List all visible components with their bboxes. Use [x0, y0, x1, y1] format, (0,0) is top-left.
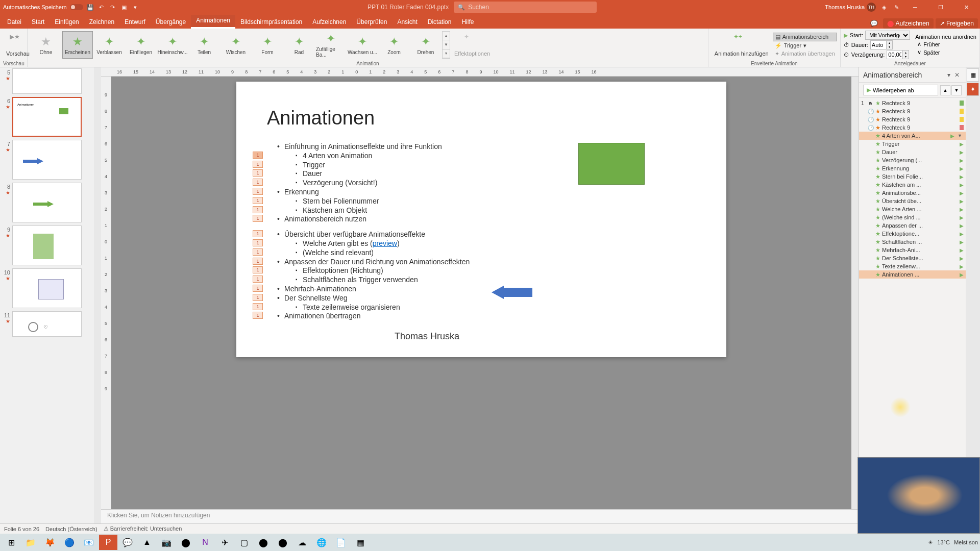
app-icon-6[interactable]: ☁ — [293, 535, 311, 550]
anim-list-item[interactable]: ★Animationen ...▶ — [859, 270, 966, 279]
anim-tag[interactable]: 1 — [253, 197, 263, 204]
anim-tag[interactable]: 1 — [253, 215, 263, 222]
telegram-icon[interactable]: ✈ — [215, 535, 234, 550]
tab-start[interactable]: Start — [27, 16, 50, 29]
notes-area[interactable]: Klicken Sie, um Notizen hinzuzufügen — [101, 509, 859, 523]
undo-icon[interactable]: ↶ — [97, 3, 106, 11]
pane-close[interactable]: ✕ — [952, 71, 962, 79]
more-icon[interactable]: ▾ — [131, 3, 139, 11]
anim-list-item[interactable]: ★Animationsbe...▶ — [859, 189, 966, 197]
app-icon-8[interactable]: ▦ — [351, 535, 370, 550]
side-tab-1[interactable]: ▦ — [967, 68, 979, 82]
anim-random[interactable]: ✦Zufällige Ba... — [315, 31, 346, 59]
anim-none[interactable]: ★Ohne — [31, 31, 61, 59]
slide[interactable]: Animationen Einführung in Animationseffe… — [236, 82, 726, 357]
share-button[interactable]: ↗ Freigeben — [936, 18, 978, 29]
slide-thumb-7[interactable] — [12, 140, 82, 180]
anim-tag[interactable]: 1 — [253, 258, 263, 265]
anim-tag[interactable]: 1 — [253, 188, 263, 195]
tab-view[interactable]: Ansicht — [392, 16, 422, 29]
app-icon-7[interactable]: 📄 — [332, 535, 350, 550]
anim-appear[interactable]: ★Erscheinen — [62, 31, 93, 59]
anim-flyin[interactable]: ✦Einfliegen — [126, 31, 156, 59]
coming-soon-icon[interactable]: ✎ — [892, 3, 900, 11]
anim-list-item[interactable]: ★4 Arten von A...▶▼ — [859, 132, 966, 140]
tab-animations[interactable]: Animationen — [191, 15, 235, 29]
maximize-button[interactable]: ☐ — [930, 0, 951, 14]
anim-grow[interactable]: ✦Wachsen u... — [347, 31, 378, 59]
move-earlier-button[interactable]: ∧Früher — [915, 40, 976, 48]
slide-counter[interactable]: Folie 6 von 26 — [4, 526, 39, 532]
sync-icon[interactable]: ◈ — [880, 3, 888, 11]
thumb-scrollbar[interactable] — [94, 67, 101, 523]
anim-list-item[interactable]: ★Stern bei Folie...▶ — [859, 172, 966, 181]
slide-thumb-6[interactable]: Animationen — [12, 97, 82, 137]
tab-insert[interactable]: Einfügen — [50, 16, 84, 29]
effect-options-button[interactable]: ✦ Effektoptionen — [451, 32, 493, 58]
anim-wheel[interactable]: ✦Rad — [284, 31, 314, 59]
app-icon-5[interactable]: ⬤ — [274, 535, 292, 550]
comments-icon[interactable]: 💬 — [867, 20, 881, 27]
anim-tag[interactable]: 1 — [253, 169, 263, 177]
slide-thumb-5[interactable] — [12, 68, 82, 94]
anim-list-item[interactable]: ★Mehrfach-Ani...▶ — [859, 246, 966, 254]
search-box[interactable]: 🔍 — [454, 2, 597, 13]
duration-spinner[interactable]: ▴▾ — [870, 40, 893, 49]
onenote-icon[interactable]: N — [196, 535, 214, 550]
powerpoint-icon[interactable]: P — [99, 535, 117, 550]
slideshow-icon[interactable]: ▣ — [120, 3, 128, 11]
tab-dictation[interactable]: Dictation — [423, 16, 457, 29]
anim-tag[interactable]: 1 — [253, 285, 263, 292]
tab-record[interactable]: Aufzeichnen — [307, 16, 351, 29]
start-select[interactable]: Mit Vorheriger — [865, 31, 910, 40]
vertical-ruler[interactable]: 9876543210123456789 — [101, 77, 111, 509]
move-down-button[interactable]: ▼ — [951, 85, 962, 95]
tab-draw[interactable]: Zeichnen — [84, 16, 119, 29]
slide-thumb-9[interactable] — [12, 226, 82, 265]
tab-slideshow[interactable]: Bildschirmpräsentation — [235, 16, 307, 29]
chrome-icon[interactable]: 🔵 — [60, 535, 79, 550]
app-icon-2[interactable]: 📷 — [157, 535, 176, 550]
anim-floatin[interactable]: ✦Hineinschw... — [157, 31, 188, 59]
anim-rotate[interactable]: ✦Drehen — [410, 31, 441, 59]
weather-temp[interactable]: 13°C — [937, 539, 950, 545]
delay-spinner[interactable]: ▴▾ — [887, 50, 909, 59]
anim-tag[interactable]: 1 — [253, 248, 263, 256]
redo-icon[interactable]: ↷ — [109, 3, 117, 11]
anim-list-item[interactable]: ★Erkennung▶ — [859, 164, 966, 172]
anim-tag[interactable]: 1 — [253, 161, 263, 168]
play-from-button[interactable]: ▶Wiedergeben ab — [863, 85, 938, 95]
move-later-button[interactable]: ∨Später — [915, 48, 976, 56]
add-animation-button[interactable]: ✦+ Animation hinzufügen — [712, 32, 772, 58]
app-icon-3[interactable]: ⬤ — [177, 535, 195, 550]
save-icon[interactable]: 💾 — [86, 3, 94, 11]
anim-tag[interactable]: 1 — [253, 303, 263, 310]
anim-tag[interactable]: 1 — [253, 239, 263, 246]
tab-review[interactable]: Überprüfen — [351, 16, 392, 29]
thumbnail-panel[interactable]: 5★ 6★Animationen 7★ 8★ 9★ 10★ 11★♡ — [0, 67, 94, 523]
anim-tag[interactable]: 1 — [253, 276, 263, 283]
anim-tag[interactable]: 1 — [253, 230, 263, 237]
anim-list-item[interactable]: 🕐★Rechteck 9 — [859, 123, 966, 132]
tab-file[interactable]: Datei — [2, 16, 27, 29]
slide-thumb-10[interactable] — [12, 268, 82, 308]
app-icon-4[interactable]: ▢ — [235, 535, 253, 550]
anim-list-item[interactable]: ★Anpassen der ...▶ — [859, 221, 966, 230]
minimize-button[interactable]: ─ — [904, 0, 926, 14]
pane-dropdown[interactable]: ▾ — [945, 71, 952, 79]
app-icon[interactable]: 💬 — [118, 535, 137, 550]
obs-icon[interactable]: ⬤ — [254, 535, 273, 550]
anim-tag[interactable]: 1 — [253, 294, 263, 301]
anim-zoom[interactable]: ✦Zoom — [379, 31, 409, 59]
anim-list-item[interactable]: ★Verzögerung (...▶ — [859, 156, 966, 164]
animation-pane-button[interactable]: ▤Animationsbereich — [773, 33, 837, 41]
anim-list-item[interactable]: ★Schaltflächen ...▶ — [859, 238, 966, 246]
tab-help[interactable]: Hilfe — [456, 16, 479, 29]
accessibility-status[interactable]: ⚠ Barrierefreiheit: Untersuchen — [104, 525, 182, 532]
user-account[interactable]: Thomas Hruska TH — [825, 3, 876, 12]
outlook-icon[interactable]: 📧 — [80, 535, 98, 550]
anim-list-item[interactable]: 1🖱★Rechteck 9 — [859, 99, 966, 107]
side-tab-2[interactable]: ✦ — [967, 83, 979, 96]
language-status[interactable]: Deutsch (Österreich) — [45, 526, 97, 532]
anim-wipe[interactable]: ✦Wischen — [220, 31, 251, 59]
